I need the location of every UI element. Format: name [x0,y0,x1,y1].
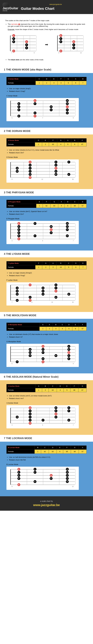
formula-degree: b2 [43,204,50,208]
note-dot: G [66,102,69,105]
note-dot: A [54,164,57,166]
mode-name: C Ionian Mode [7,77,36,81]
mode-name: E Phrygian Mode [7,200,36,204]
formula-degree: b3 [50,204,58,208]
note-dot: A [29,406,32,409]
note-dot: E [18,471,20,474]
mode-section-2: D Dorian ModeDEFGABCFormula12b3456b7Use:… [0,134,93,189]
fret-number: 12 [72,486,74,487]
note-dot: D [66,468,69,471]
mode-chord: Related chord: Dm7 [9,152,86,154]
note-dot: F [34,102,36,105]
formula-degree: b6 [71,204,79,208]
formula-degree: 5 [66,327,72,331]
note-dot: D [66,99,69,102]
formula-degree: b3 [49,450,57,454]
mode-name: B Locrian Mode [7,446,35,450]
formula-table: G Mixolydian ModeGABCDEFFormula123456b7 [7,323,86,331]
mode-name: D Dorian Mode [7,138,35,142]
formula-degree: 2 [42,265,49,269]
note-header: C [78,138,86,142]
note-dot: G [34,112,36,114]
formula-degree: 1 [35,450,41,454]
footer-url[interactable]: www.jazzguitar.be [4,503,89,507]
note-dot: F [34,471,36,474]
fret-number: 12 [80,52,82,54]
note-header: E [64,384,70,388]
note-dot: A [59,40,62,43]
formula-degree: b3 [49,142,57,146]
formula-degree: 5 [64,142,71,146]
formula-degree: 5 [65,265,72,269]
note-header: C [36,77,43,81]
note-dot: A [29,354,32,357]
note-dot: B [18,483,20,486]
note-header: F [57,77,64,81]
fretboard-diagram: DFADFAD912 [53,33,87,56]
mode-info: Use: on minor chords (iiim7), Spanish fl… [7,210,86,215]
formula-degree: 1 [40,327,46,331]
note-dot: C [29,167,32,170]
mode-title-1: 1 THE IONIAN MODE (aka Major Scale) [0,66,93,73]
note-dot: A [29,173,32,176]
note-dot: C [34,234,36,237]
note-dot: F [12,37,15,40]
mode-diagram-label: E Phrygian Mode [7,218,86,220]
note-header: G [42,261,49,265]
fretboard-diagram: CDEFGABCDEFGABC579 [7,98,79,121]
formula-degree: 7 [79,81,86,85]
formula-degree: b5 [63,450,71,454]
note-dot: E [67,357,70,360]
formula-label: Formula [7,450,35,454]
note-dot: F [72,44,75,46]
formula-degree: 3 [50,81,58,85]
note-header: C [71,200,79,204]
mode-name: A Aeolian Mode [7,384,35,388]
note-dot: D [42,357,44,360]
fret-number: 7 [11,52,12,54]
note-dot: F [29,170,32,173]
note-header: E [72,323,79,327]
note-dot: A [67,345,70,348]
formula-degree: 4 [59,327,66,331]
formula-degree: 1 [35,142,42,146]
note-header: B [71,138,78,142]
note-dot: A [29,422,32,425]
note-dot: F [66,477,69,480]
mode-chord: Related chord: Em7 [9,213,86,215]
note-dot: B [50,474,53,477]
mode-chord: Related chord: Bm7b5 [9,459,86,461]
note-dot: D [18,108,20,111]
mode-use: Use: on minor chords (ii of a ii V I), m… [9,149,86,151]
note-header: B [79,77,86,81]
note-header: E [36,200,43,204]
note-dot: C [67,173,70,176]
formula-degree: 4 [57,142,64,146]
note-dot: E [18,102,20,105]
note-dot: D [18,228,20,231]
note-dot: B [29,348,32,351]
header-url[interactable]: www.jazzguitar.be [21,4,90,5]
mode-diagram-label: G Mixolydian Mode [7,340,86,342]
note-header: A [49,261,56,265]
intro-line1: The scales on this chart are the 7 modes… [5,20,88,22]
formula-table: C Ionian ModeCDEFGABFormula1234567 [7,77,86,85]
note-dot: G [42,360,44,363]
mode-use: Use: on minor chords (iiim7), Spanish fl… [9,210,86,212]
mode-chord: Related chord: Fmaj7 [9,274,86,276]
note-header: D [79,200,86,204]
formula-degree: b7 [78,388,86,392]
formula-label: Formula [7,388,35,392]
logo-block: JazzGuitar ONLINE [3,2,18,12]
note-dot: C [66,105,69,108]
note-header: B [42,384,49,388]
mode-chord: Related chord: Am7 [9,398,86,400]
note-dot: F [67,160,70,164]
mode-diagram-label: B Locrian Mode [7,464,86,465]
note-dot: A [72,46,75,49]
fret-number: 5 [12,363,12,364]
formula-table: D Dorian ModeDEFGABCFormula12b3456b7 [7,138,86,146]
mode-title-5: 5 THE MIXOLYDIAN MODE [0,312,93,319]
mode-diagram-label: A Aeolian Mode [7,402,86,404]
note-dot: D [29,160,32,164]
